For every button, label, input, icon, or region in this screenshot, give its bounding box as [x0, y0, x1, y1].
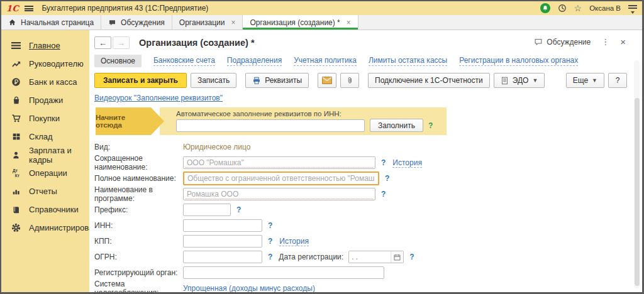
ogrn-help-link[interactable]: ? [268, 253, 272, 261]
calendar-icon [394, 254, 401, 261]
sidebar-item-warehouse[interactable]: Склад [1, 128, 89, 146]
bell-icon [542, 5, 548, 11]
tab-close-icon[interactable]: × [231, 18, 235, 27]
field-kind: Вид: Юридическое лицо [94, 141, 627, 153]
sidebar-label: Банк и касса [29, 77, 77, 87]
inn-autofill-label: Автоматическое заполнение реквизитов по … [176, 110, 440, 117]
field-ogrn: ОГРН: ? Дата регистрации: ? [94, 251, 627, 263]
sidebar-item-sales[interactable]: Продажи [1, 91, 89, 109]
ogrn-input[interactable] [183, 251, 262, 263]
tab-bar: Начальная страница Обсуждения Организаци… [1, 15, 642, 30]
sidebar-item-operations[interactable]: Дт Кт Операции [1, 164, 89, 182]
ruble-coin-icon [11, 77, 21, 87]
forward-button[interactable]: → [113, 36, 130, 49]
sidebar-item-directories[interactable]: Справочники [1, 200, 89, 219]
prefix-help-link[interactable]: ? [236, 205, 241, 214]
close-form-icon[interactable]: × [620, 36, 626, 47]
vertical-scrollbar[interactable] [634, 60, 640, 288]
reg-date-input[interactable] [349, 253, 391, 261]
nav-link-tax-registrations[interactable]: Регистрации в налоговых органах [459, 56, 578, 66]
back-icon: ← [99, 38, 107, 48]
gear-icon [11, 223, 21, 232]
save-button[interactable]: Записать [191, 73, 236, 88]
attach-button[interactable] [340, 73, 359, 88]
sidebar-item-reports[interactable]: Отчеты [1, 182, 89, 200]
kpp-input[interactable] [183, 235, 262, 248]
tab-organization-create[interactable]: Организация (создание) * × [243, 15, 358, 30]
program-name-input[interactable] [183, 188, 375, 200]
notifications-button[interactable] [540, 3, 550, 13]
nav-link-cash-limits[interactable]: Лимиты остатка кассы [369, 56, 447, 66]
history-icon[interactable] [558, 4, 567, 13]
field-label: Наименование в программе: [94, 185, 183, 203]
full-name-input[interactable] [183, 172, 379, 185]
inn-help-link[interactable]: ? [268, 221, 272, 230]
back-button[interactable]: ← [94, 36, 111, 49]
save-close-button[interactable]: Записать и закрыть [94, 73, 187, 88]
menu-bars-icon [11, 42, 21, 49]
kpp-history-link[interactable]: История [279, 237, 309, 246]
nav-link-bank-accounts[interactable]: Банковские счета [153, 56, 215, 66]
tab-label: Организации [179, 18, 225, 27]
favorites-icon[interactable]: ☆ [574, 4, 582, 13]
edo-button[interactable]: ЭДО ▼ [494, 73, 545, 88]
tab-organizations[interactable]: Организации × [172, 15, 243, 30]
sidebar-item-purchases[interactable]: Покупки [1, 109, 89, 128]
fill-button[interactable]: Заполнить [370, 119, 423, 132]
nav-tab-main[interactable]: Основное [94, 55, 142, 67]
form-nav: Основное Банковские счета Подразделения … [94, 55, 627, 67]
tab-close-icon[interactable]: × [347, 18, 351, 27]
requisites-button[interactable]: Реквизиты [245, 73, 309, 88]
sidebar-label: Справочники [29, 205, 79, 214]
field-reg-organ: Регистрирующий орган: [94, 266, 627, 279]
fill-help-link[interactable]: ? [428, 121, 433, 130]
field-label: КПП: [94, 237, 183, 246]
form-area: ← → Организация (создание) * Обсуждение … [89, 30, 642, 292]
short-name-history-link[interactable]: История [392, 158, 422, 168]
video-tutorial-link[interactable]: Видеоурок "Заполнение реквизитов" [94, 94, 223, 102]
calendar-button[interactable] [391, 251, 403, 263]
discussion-button[interactable]: Обсуждение [534, 38, 591, 46]
email-button[interactable] [318, 73, 336, 88]
sidebar-item-main[interactable]: Главное [1, 36, 89, 55]
full-name-help-link[interactable]: ? [385, 174, 389, 183]
kpp-help-link[interactable]: ? [268, 237, 272, 246]
help-button[interactable]: ? [608, 73, 627, 88]
field-label: Префикс: [94, 205, 183, 214]
bar-chart-icon [11, 187, 21, 195]
tab-discussions[interactable]: Обсуждения [101, 15, 172, 30]
inn-input[interactable] [183, 219, 262, 232]
sidebar-label: Руководителю [29, 59, 84, 68]
sidebar-item-payroll-hr[interactable]: Зарплата и кадры [1, 146, 89, 164]
service-menu-icon[interactable] [628, 5, 637, 12]
reg-organ-input[interactable] [183, 266, 384, 279]
nav-link-subdivisions[interactable]: Подразделения [227, 56, 282, 66]
tab-home[interactable]: Начальная страница [1, 15, 101, 30]
kind-value[interactable]: Юридическое лицо [183, 143, 250, 151]
tax-system-link[interactable]: Упрощенная (доходы минус расходы) [183, 284, 315, 293]
short-name-input[interactable] [183, 156, 375, 169]
more-label: Еще [573, 76, 588, 85]
current-user[interactable]: Оксана В [589, 4, 621, 12]
scrollbar-thumb[interactable] [635, 98, 640, 286]
form-title: Организация (создание) * [139, 38, 255, 48]
inn-autofill-input[interactable] [176, 119, 365, 132]
connect-1c-reporting-button[interactable]: Подключение к 1С-Отчетности [368, 73, 490, 88]
tab-label: Начальная страница [21, 18, 94, 27]
chat-outline-icon [534, 38, 543, 46]
more-button[interactable]: Еще ▼ [566, 73, 604, 88]
prefix-input[interactable] [183, 204, 231, 216]
nav-link-accounting-policy[interactable]: Учетная политика [294, 56, 357, 66]
sidebar-item-bank-cash[interactable]: Банк и касса [1, 73, 89, 91]
short-name-help-link[interactable]: ? [381, 158, 386, 167]
sidebar-item-administration[interactable]: Администрирование [1, 219, 89, 237]
program-name-help-link[interactable]: ? [381, 190, 386, 199]
more-menu-icon[interactable]: ⋮ [601, 37, 609, 46]
field-inn: ИНН: ? [94, 219, 627, 232]
app-window: 1С Бухгалтерия предприятия 43 (1С:Предпр… [0, 0, 644, 294]
chat-filled-icon [108, 19, 116, 26]
sidebar-item-manager[interactable]: Руководителю [1, 55, 89, 73]
reg-date-help-link[interactable]: ? [409, 253, 414, 261]
main-menu-icon[interactable] [25, 6, 33, 11]
field-kpp: КПП: ? История [94, 235, 627, 248]
